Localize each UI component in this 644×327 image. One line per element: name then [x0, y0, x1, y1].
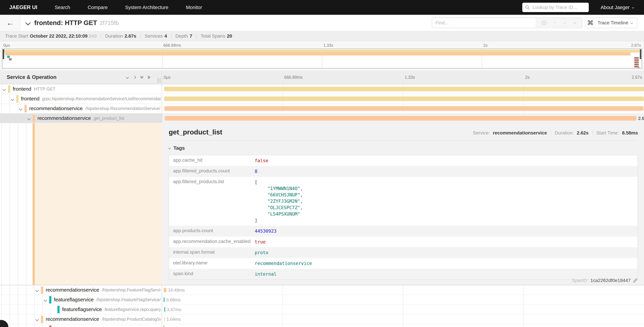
service-color-bar — [24, 105, 27, 112]
span-row-name-cell[interactable]: recommendationserviceget_product_list — [0, 114, 162, 123]
expand-all-icon[interactable] — [148, 76, 150, 78]
span-row-timeline-cell[interactable] — [162, 324, 644, 327]
search-icon — [525, 5, 530, 10]
span-duration-bar[interactable] — [164, 307, 165, 312]
collapse-children-icon[interactable] — [19, 107, 22, 110]
expand-one-icon[interactable] — [133, 76, 136, 79]
nav-item-compare[interactable]: Compare — [88, 5, 108, 10]
viewport-handle-right[interactable] — [640, 49, 641, 59]
span-row-name-cell[interactable]: recommendationservice/hipstershop.Recomm… — [0, 104, 162, 113]
collapse-children-icon[interactable] — [44, 298, 47, 302]
collapse-one-icon[interactable] — [126, 76, 129, 79]
focus-match-icon[interactable] — [542, 20, 546, 25]
collapse-children-icon[interactable] — [11, 97, 14, 101]
nav-item-monitor[interactable]: Monitor — [186, 5, 202, 10]
service-color-bar — [8, 86, 10, 93]
span-row-name-cell[interactable]: featureflagservice/hipstershop.FeatureFl… — [0, 295, 162, 304]
span-row-timeline-cell[interactable]: 2.62s — [162, 114, 644, 123]
summary-value: 2.67s — [124, 34, 136, 39]
span-bar[interactable] — [164, 326, 164, 327]
tags-table: app.cache_hitfalseapp.filtered_products.… — [169, 155, 638, 280]
chevron-down-icon — [168, 147, 171, 149]
span-duration-bar[interactable] — [164, 96, 644, 101]
span-row-name-cell[interactable]: featureflagservicefeatureflagservice.rep… — [0, 305, 162, 314]
summary-label: Depth — [176, 34, 188, 39]
span-row-name-cell[interactable]: recommendationservice/hipstershop.Featur… — [0, 285, 162, 294]
summary-item: Total Spans20 — [200, 34, 232, 39]
find-input[interactable] — [432, 18, 536, 28]
duration-value: 2.62s — [577, 130, 588, 136]
collapse-all-icon[interactable] — [141, 76, 143, 78]
trace-lookup-input[interactable] — [532, 4, 586, 10]
indent-guide — [10, 314, 10, 324]
indent-guide — [18, 104, 18, 113]
tags-section-toggle[interactable]: Tags — [169, 145, 638, 151]
divider — [196, 34, 196, 38]
tag-key: app.products.count — [169, 226, 255, 236]
back-button[interactable]: ← — [0, 15, 20, 31]
operation-name: /hipstershop.RecommendationService/Lis..… — [85, 106, 161, 111]
span-row-timeline-cell[interactable] — [162, 104, 644, 113]
viewport-handle-left[interactable] — [3, 49, 4, 59]
span-row-timeline-cell[interactable] — [162, 94, 644, 104]
service-label: Service: — [473, 130, 490, 136]
tag-key: app.filtered_products.list — [169, 177, 255, 186]
span-color-stripe — [32, 123, 35, 285]
span-row-name-cell[interactable]: frontendgrpc.hipstershop.RecommendationS… — [0, 94, 162, 104]
span-duration-bar[interactable] — [164, 317, 165, 322]
span-duration-bar[interactable] — [164, 288, 166, 292]
span-row-name-cell[interactable]: recommendationservice/hipstershop.Produc… — [0, 314, 162, 324]
minimap-span-bar — [4, 50, 640, 52]
minimap-span-bar — [638, 67, 640, 68]
service-operation-title: Service & Operation — [7, 74, 56, 80]
span-duration-label: 14.49ms — [168, 288, 185, 293]
span-duration-label: 2.62s — [638, 116, 644, 121]
span-row-name-cell[interactable] — [0, 324, 162, 327]
prev-match-icon[interactable] — [554, 22, 556, 24]
collapse-children-icon[interactable] — [36, 288, 39, 292]
trace-summary-bar: Trace StartOctober 22 2022, 22:10:09.543… — [0, 31, 644, 41]
span-row-timeline-cell[interactable]: 14.49ms — [162, 285, 644, 294]
indent-guide — [42, 324, 43, 327]
nav-item-search[interactable]: Search — [55, 5, 70, 10]
link-icon[interactable] — [632, 278, 638, 283]
collapse-children-icon[interactable] — [36, 318, 39, 321]
clear-find-icon[interactable]: × — [573, 20, 576, 26]
indent-guide — [42, 295, 43, 304]
tag-key: app.cache_hit — [169, 155, 255, 165]
nav-brand[interactable]: JAEGER UI — [9, 4, 37, 10]
chevron-down-icon — [630, 22, 633, 24]
trace-title: frontend: HTTP GET — [34, 19, 97, 26]
span-duration-bar[interactable] — [164, 298, 164, 302]
span-row-name-cell[interactable]: frontendHTTP GET — [0, 84, 162, 94]
service-color-bar — [58, 306, 60, 313]
indent-guide — [10, 295, 10, 304]
tag-value: 44530923 — [255, 226, 276, 236]
service-name: featureflagservice — [62, 306, 102, 312]
operation-name: HTTP GET — [34, 86, 56, 92]
collapse-children-icon[interactable] — [2, 88, 6, 91]
next-match-icon[interactable] — [564, 22, 566, 24]
nav-item-system-architecture[interactable]: System Architecture — [125, 5, 168, 10]
collapse-trace-chevron-icon[interactable] — [25, 20, 30, 25]
span-detail-title: get_product_list — [169, 128, 222, 136]
indent-guide — [34, 314, 34, 324]
indent-guide — [18, 114, 18, 123]
span-row-timeline-cell[interactable] — [162, 84, 644, 94]
trace-view-selector[interactable]: Trace Timeline — [593, 18, 637, 28]
span-duration-bar[interactable] — [165, 116, 636, 120]
span-row-timeline-cell[interactable]: 3.47ms — [162, 305, 644, 314]
span-row-timeline-cell[interactable]: 3.68ms — [162, 295, 644, 304]
tag-value: ["1YMWWN1N4O","66VCHSJNUP","2ZYFJ3GM2N",… — [255, 177, 303, 226]
minimap-canvas[interactable] — [2, 49, 642, 68]
span-duration-bar[interactable] — [164, 106, 644, 111]
start-time-value: 8.58ms — [622, 130, 638, 136]
span-duration-bar[interactable] — [164, 87, 644, 91]
span-row-timeline-cell[interactable]: 1.04ms — [162, 314, 644, 324]
collapse-children-icon[interactable] — [27, 117, 30, 120]
chevron-down-icon — [632, 6, 634, 8]
service-value: recommendationservice — [493, 130, 547, 136]
column-resize-grip[interactable] — [158, 78, 160, 83]
about-jaeger-menu[interactable]: About Jaeger — [600, 5, 634, 10]
tag-value: recommendationservice — [255, 258, 312, 269]
